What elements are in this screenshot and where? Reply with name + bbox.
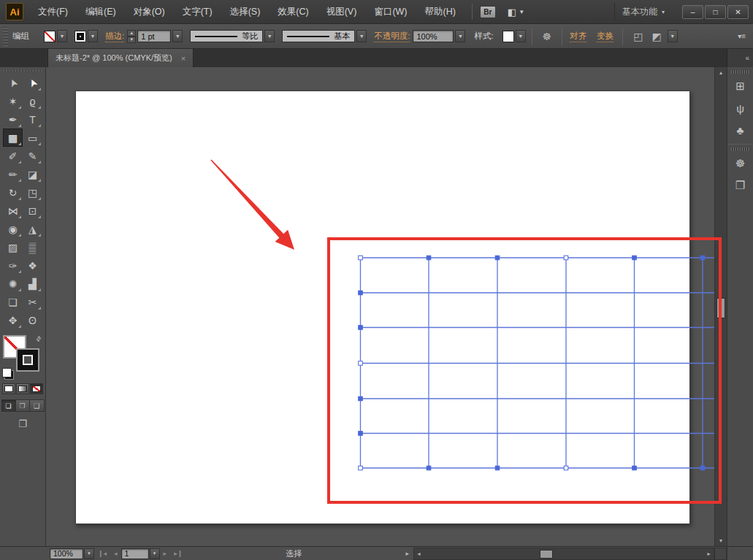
stroke-weight-dropdown[interactable]: ▼ [172, 30, 183, 42]
menu-item-type[interactable]: 文字(T) [174, 0, 221, 24]
anchor-handle[interactable] [359, 291, 363, 295]
tool-direct-selection[interactable]: ➤ [23, 74, 42, 92]
tool-rectangle[interactable]: ▭ [23, 129, 42, 147]
anchor-handle[interactable] [359, 326, 363, 330]
bridge-button[interactable]: Br [480, 6, 496, 18]
next-artboard-button[interactable]: ▸ [160, 550, 171, 557]
control-panel-menu-button[interactable]: ▾≡ [738, 32, 750, 40]
tool-shape-builder[interactable]: ◉ [3, 220, 23, 238]
selected-grid-object[interactable] [46, 67, 714, 546]
brush-definition-select[interactable]: 基本 [282, 30, 355, 42]
zoom-dropdown[interactable]: ▼ [84, 548, 94, 559]
stroke-swatch[interactable] [74, 31, 86, 42]
tool-pencil[interactable]: ✎ [23, 147, 42, 165]
stroke-dropdown-button[interactable]: ▼ [88, 30, 98, 42]
anchor-handle[interactable] [632, 466, 637, 470]
style-dropdown[interactable]: ▼ [516, 30, 526, 42]
tool-hand[interactable]: ✥ [3, 311, 23, 329]
tool-width[interactable]: ⋈ [3, 202, 23, 220]
bounding-box-handle[interactable] [564, 466, 568, 470]
tool-type[interactable]: T [23, 110, 42, 129]
tool-gradient[interactable]: ▒ [23, 238, 42, 256]
arrange-documents-button[interactable]: ◧ ▼ [508, 7, 524, 18]
stroke-weight-stepper[interactable]: ▲▼ [127, 30, 136, 43]
anchor-handle[interactable] [700, 466, 705, 470]
dock-group-grip[interactable] [731, 147, 750, 151]
transform-panel-link[interactable]: 变换 [597, 31, 614, 42]
stroke-proxy-swatch[interactable] [16, 348, 39, 372]
zoom-level-input[interactable]: 100% [50, 548, 83, 559]
tool-column-graph[interactable]: ▟ [23, 275, 42, 293]
minimize-button[interactable]: – [682, 5, 703, 19]
color-button[interactable] [2, 383, 15, 394]
swap-fill-stroke-icon[interactable]: ⇄ [34, 334, 43, 343]
gradient-button[interactable] [16, 383, 29, 394]
vertical-scroll-thumb[interactable] [716, 298, 725, 318]
scroll-up-icon[interactable]: ▴ [715, 67, 727, 78]
maximize-button[interactable]: □ [705, 5, 726, 19]
panel-button-color-guide[interactable]: ☸ [728, 153, 753, 174]
anchor-handle[interactable] [427, 256, 431, 260]
tool-lasso[interactable]: ϱ [23, 92, 42, 110]
panel-button-swatches[interactable]: ⊞ [728, 75, 753, 97]
anchor-handle[interactable] [495, 256, 500, 260]
previous-artboard-button[interactable]: ◂ [110, 550, 121, 557]
scroll-left-icon[interactable]: ◂ [414, 551, 424, 557]
tool-paintbrush[interactable]: ✐ [3, 147, 23, 165]
style-swatch[interactable] [502, 31, 514, 42]
scroll-right-icon[interactable]: ▸ [704, 551, 714, 557]
tool-slice[interactable]: ✂ [23, 293, 42, 311]
menu-item-object[interactable]: 对象(O) [125, 0, 174, 24]
none-button[interactable] [30, 383, 43, 394]
draw-normal-button[interactable]: ❏ [2, 400, 16, 411]
tool-blob-brush[interactable]: ✏ [3, 165, 23, 183]
tool-free-transform[interactable]: ⊡ [23, 202, 42, 220]
menu-item-help[interactable]: 帮助(H) [416, 0, 465, 24]
tool-blend[interactable]: ❖ [23, 256, 42, 275]
width-profile-dropdown[interactable]: ▼ [264, 30, 275, 42]
fill-swatch[interactable] [44, 31, 56, 42]
tool-eyedropper[interactable]: ✑ [3, 256, 23, 275]
tool-pen[interactable]: ✒ [3, 110, 23, 129]
last-artboard-button[interactable]: ▸❙ [170, 550, 186, 557]
bounding-box-handle[interactable] [359, 256, 363, 260]
tool-scale[interactable]: ◳ [23, 183, 42, 202]
tool-rectangular-grid[interactable]: ▦ [3, 129, 23, 147]
tool-mesh[interactable]: ▨ [3, 238, 23, 256]
stroke-weight-input[interactable]: 1 pt [137, 30, 171, 42]
anchor-handle[interactable] [359, 396, 363, 401]
dock-group-grip[interactable] [731, 70, 750, 74]
vertical-scrollbar[interactable]: ▴ ▾ [714, 67, 727, 546]
bounding-box-handle[interactable] [359, 466, 363, 470]
menu-item-view[interactable]: 视图(V) [318, 0, 366, 24]
tool-artboard[interactable]: ❏ [3, 293, 23, 311]
artboard-number-input[interactable]: 1 [121, 548, 149, 559]
tool-zoom[interactable]: ʘ [23, 311, 42, 329]
first-artboard-button[interactable]: ❙◂ [94, 550, 110, 557]
tool-magic-wand[interactable]: ✶ [3, 92, 23, 110]
horizontal-scrollbar[interactable]: ◂ ▸ [413, 548, 714, 560]
workspace-switcher[interactable]: 基本功能 ▾ [614, 3, 672, 20]
screen-mode-button[interactable]: ❐ [18, 418, 27, 429]
draw-inside-button[interactable]: ❑ [30, 400, 44, 411]
draw-behind-button[interactable]: ❐ [16, 400, 30, 411]
isolate-object-icon[interactable]: ◰ [633, 31, 643, 42]
anchor-handle[interactable] [427, 466, 431, 470]
anchor-handle[interactable] [359, 431, 363, 436]
status-flyout-button[interactable]: ▸ [401, 550, 413, 557]
panel-button-appearance[interactable]: ❐ [728, 174, 753, 196]
close-button[interactable]: ✕ [727, 5, 749, 19]
menu-item-edit[interactable]: 编辑(E) [77, 0, 125, 24]
document-tab[interactable]: 未标题-2* @ 100% (CMYK/预览) × [47, 49, 194, 67]
select-similar-icon[interactable]: ◩ [651, 31, 661, 42]
default-fill-stroke-icon[interactable] [2, 368, 12, 377]
tools-panel-grip[interactable] [0, 69, 45, 73]
canvas[interactable] [46, 67, 714, 546]
menu-item-window[interactable]: 窗口(W) [365, 0, 416, 24]
fill-dropdown-button[interactable]: ▼ [57, 30, 67, 42]
stroke-panel-link[interactable]: 描边: [105, 31, 124, 42]
tool-symbol-sprayer[interactable]: ✺ [3, 275, 23, 293]
horizontal-scroll-thumb[interactable] [540, 550, 553, 559]
bounding-box-handle[interactable] [564, 256, 568, 260]
tool-eraser[interactable]: ◪ [23, 165, 42, 183]
